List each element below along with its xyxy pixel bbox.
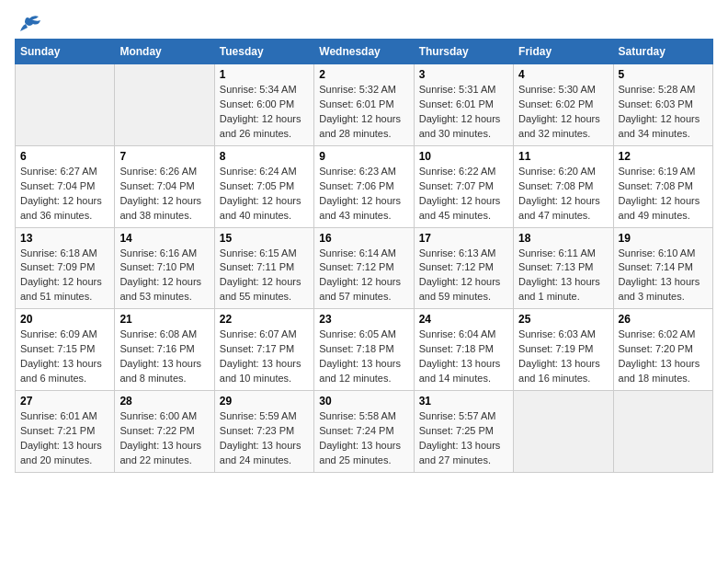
week-row-2: 6Sunrise: 6:27 AM Sunset: 7:04 PM Daylig… xyxy=(16,145,713,227)
day-number: 23 xyxy=(319,313,408,326)
day-info: Sunrise: 6:09 AM Sunset: 7:15 PM Dayligh… xyxy=(20,327,109,386)
day-number: 20 xyxy=(20,313,109,326)
calendar-cell: 10Sunrise: 6:22 AM Sunset: 7:07 PM Dayli… xyxy=(414,145,513,227)
day-number: 1 xyxy=(220,68,309,81)
calendar-cell: 23Sunrise: 6:05 AM Sunset: 7:18 PM Dayli… xyxy=(314,309,414,391)
day-number: 13 xyxy=(20,232,109,245)
day-info: Sunrise: 5:31 AM Sunset: 6:01 PM Dayligh… xyxy=(419,83,508,142)
calendar-cell: 8Sunrise: 6:24 AM Sunset: 7:05 PM Daylig… xyxy=(214,145,313,227)
day-number: 8 xyxy=(220,150,309,163)
day-info: Sunrise: 6:05 AM Sunset: 7:18 PM Dayligh… xyxy=(319,327,408,386)
day-info: Sunrise: 5:34 AM Sunset: 6:00 PM Dayligh… xyxy=(220,83,309,142)
day-number: 28 xyxy=(119,395,209,408)
day-info: Sunrise: 5:57 AM Sunset: 7:25 PM Dayligh… xyxy=(419,409,508,468)
col-header-wednesday: Wednesday xyxy=(314,40,414,64)
calendar-cell xyxy=(16,64,115,146)
day-number: 30 xyxy=(319,395,408,408)
day-info: Sunrise: 5:58 AM Sunset: 7:24 PM Dayligh… xyxy=(319,409,408,468)
day-info: Sunrise: 6:24 AM Sunset: 7:05 PM Dayligh… xyxy=(220,165,309,224)
day-number: 27 xyxy=(20,395,109,408)
day-number: 4 xyxy=(518,68,608,81)
calendar-cell: 9Sunrise: 6:23 AM Sunset: 7:06 PM Daylig… xyxy=(314,145,414,227)
col-header-sunday: Sunday xyxy=(16,40,115,64)
calendar-cell: 7Sunrise: 6:26 AM Sunset: 7:04 PM Daylig… xyxy=(115,145,214,227)
calendar-cell: 14Sunrise: 6:16 AM Sunset: 7:10 PM Dayli… xyxy=(115,227,214,309)
calendar-cell: 30Sunrise: 5:58 AM Sunset: 7:24 PM Dayli… xyxy=(314,391,414,473)
day-info: Sunrise: 6:07 AM Sunset: 7:17 PM Dayligh… xyxy=(220,327,309,386)
calendar-cell: 13Sunrise: 6:18 AM Sunset: 7:09 PM Dayli… xyxy=(16,227,115,309)
calendar-cell: 24Sunrise: 6:04 AM Sunset: 7:18 PM Dayli… xyxy=(414,309,513,391)
day-info: Sunrise: 6:20 AM Sunset: 7:08 PM Dayligh… xyxy=(518,165,608,224)
calendar-cell: 2Sunrise: 5:32 AM Sunset: 6:01 PM Daylig… xyxy=(314,64,414,146)
day-info: Sunrise: 5:32 AM Sunset: 6:01 PM Dayligh… xyxy=(319,83,408,142)
day-info: Sunrise: 6:26 AM Sunset: 7:04 PM Dayligh… xyxy=(119,165,209,224)
day-info: Sunrise: 6:22 AM Sunset: 7:07 PM Dayligh… xyxy=(419,165,508,224)
day-info: Sunrise: 6:04 AM Sunset: 7:18 PM Dayligh… xyxy=(419,327,508,386)
calendar-cell: 12Sunrise: 6:19 AM Sunset: 7:08 PM Dayli… xyxy=(613,145,712,227)
day-number: 22 xyxy=(220,313,309,326)
day-info: Sunrise: 6:00 AM Sunset: 7:22 PM Dayligh… xyxy=(119,409,209,468)
calendar-cell: 5Sunrise: 5:28 AM Sunset: 6:03 PM Daylig… xyxy=(613,64,712,146)
col-header-monday: Monday xyxy=(115,40,214,64)
day-number: 6 xyxy=(20,150,109,163)
calendar-cell: 22Sunrise: 6:07 AM Sunset: 7:17 PM Dayli… xyxy=(214,309,313,391)
day-info: Sunrise: 6:19 AM Sunset: 7:08 PM Dayligh… xyxy=(619,165,708,224)
day-info: Sunrise: 6:23 AM Sunset: 7:06 PM Dayligh… xyxy=(319,165,408,224)
day-number: 26 xyxy=(619,313,708,326)
calendar-cell: 15Sunrise: 6:15 AM Sunset: 7:11 PM Dayli… xyxy=(214,227,313,309)
day-info: Sunrise: 6:18 AM Sunset: 7:09 PM Dayligh… xyxy=(20,247,109,305)
day-number: 12 xyxy=(619,150,708,163)
day-number: 25 xyxy=(518,313,608,326)
day-number: 14 xyxy=(119,232,209,245)
calendar-cell: 16Sunrise: 6:14 AM Sunset: 7:12 PM Dayli… xyxy=(314,227,414,309)
col-header-thursday: Thursday xyxy=(414,40,513,64)
calendar-table: SundayMondayTuesdayWednesdayThursdayFrid… xyxy=(15,39,713,473)
day-info: Sunrise: 6:14 AM Sunset: 7:12 PM Dayligh… xyxy=(319,247,408,305)
day-info: Sunrise: 6:27 AM Sunset: 7:04 PM Dayligh… xyxy=(20,165,109,224)
day-number: 18 xyxy=(518,232,608,245)
day-number: 17 xyxy=(419,232,508,245)
week-row-3: 13Sunrise: 6:18 AM Sunset: 7:09 PM Dayli… xyxy=(16,227,713,309)
day-number: 7 xyxy=(119,150,209,163)
day-info: Sunrise: 6:11 AM Sunset: 7:13 PM Dayligh… xyxy=(518,247,608,305)
day-info: Sunrise: 6:10 AM Sunset: 7:14 PM Dayligh… xyxy=(619,247,708,305)
day-number: 16 xyxy=(319,232,408,245)
week-row-5: 27Sunrise: 6:01 AM Sunset: 7:21 PM Dayli… xyxy=(16,391,713,473)
day-number: 5 xyxy=(619,68,708,81)
day-info: Sunrise: 5:59 AM Sunset: 7:23 PM Dayligh… xyxy=(220,409,309,468)
calendar-cell: 20Sunrise: 6:09 AM Sunset: 7:15 PM Dayli… xyxy=(16,309,115,391)
calendar-cell: 28Sunrise: 6:00 AM Sunset: 7:22 PM Dayli… xyxy=(115,391,214,473)
calendar-cell: 21Sunrise: 6:08 AM Sunset: 7:16 PM Dayli… xyxy=(115,309,214,391)
day-number: 15 xyxy=(220,232,309,245)
calendar-cell xyxy=(514,391,613,473)
calendar-cell: 3Sunrise: 5:31 AM Sunset: 6:01 PM Daylig… xyxy=(414,64,513,146)
day-number: 24 xyxy=(419,313,508,326)
calendar-cell: 18Sunrise: 6:11 AM Sunset: 7:13 PM Dayli… xyxy=(514,227,613,309)
calendar-cell: 4Sunrise: 5:30 AM Sunset: 6:02 PM Daylig… xyxy=(514,64,613,146)
day-number: 10 xyxy=(419,150,508,163)
week-row-1: 1Sunrise: 5:34 AM Sunset: 6:00 PM Daylig… xyxy=(16,64,713,146)
day-info: Sunrise: 5:28 AM Sunset: 6:03 PM Dayligh… xyxy=(619,83,708,142)
calendar-cell xyxy=(115,64,214,146)
calendar-cell xyxy=(613,391,712,473)
day-info: Sunrise: 6:08 AM Sunset: 7:16 PM Dayligh… xyxy=(119,327,209,386)
week-row-4: 20Sunrise: 6:09 AM Sunset: 7:15 PM Dayli… xyxy=(16,309,713,391)
day-info: Sunrise: 6:16 AM Sunset: 7:10 PM Dayligh… xyxy=(119,247,209,305)
calendar-cell: 25Sunrise: 6:03 AM Sunset: 7:19 PM Dayli… xyxy=(514,309,613,391)
calendar-cell: 27Sunrise: 6:01 AM Sunset: 7:21 PM Dayli… xyxy=(16,391,115,473)
day-number: 11 xyxy=(518,150,608,163)
day-info: Sunrise: 5:30 AM Sunset: 6:02 PM Dayligh… xyxy=(518,83,608,142)
calendar-cell: 6Sunrise: 6:27 AM Sunset: 7:04 PM Daylig… xyxy=(16,145,115,227)
day-number: 9 xyxy=(319,150,408,163)
calendar-cell: 1Sunrise: 5:34 AM Sunset: 6:00 PM Daylig… xyxy=(214,64,313,146)
day-info: Sunrise: 6:01 AM Sunset: 7:21 PM Dayligh… xyxy=(20,409,109,468)
day-number: 3 xyxy=(419,68,508,81)
day-number: 21 xyxy=(119,313,209,326)
logo-bird-icon xyxy=(17,15,42,33)
day-info: Sunrise: 6:02 AM Sunset: 7:20 PM Dayligh… xyxy=(619,327,708,386)
calendar-cell: 19Sunrise: 6:10 AM Sunset: 7:14 PM Dayli… xyxy=(613,227,712,309)
calendar-cell: 29Sunrise: 5:59 AM Sunset: 7:23 PM Dayli… xyxy=(214,391,313,473)
header xyxy=(15,15,713,29)
col-header-saturday: Saturday xyxy=(613,40,712,64)
calendar-cell: 11Sunrise: 6:20 AM Sunset: 7:08 PM Dayli… xyxy=(514,145,613,227)
